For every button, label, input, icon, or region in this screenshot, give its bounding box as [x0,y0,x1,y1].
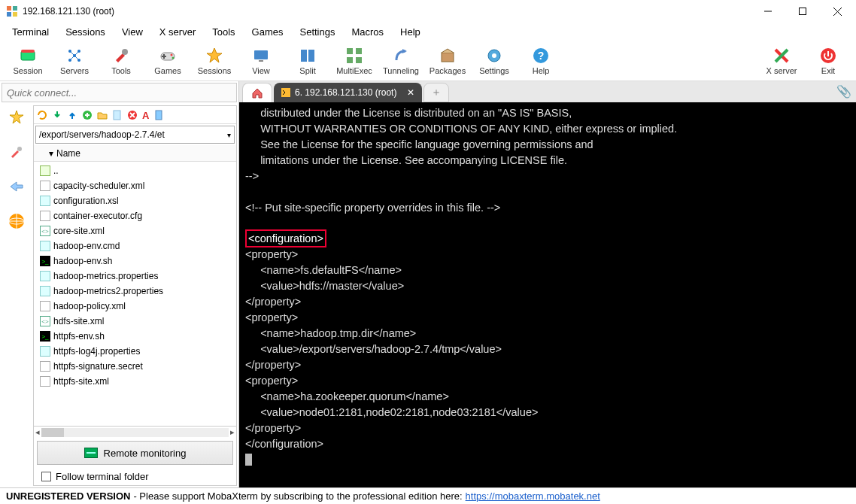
file-item[interactable]: hadoop-metrics2.properties [34,284,236,299]
svg-rect-40 [281,88,290,97]
font-icon[interactable]: A [142,110,149,120]
tb-exit[interactable]: Exit [805,47,851,75]
menu-view[interactable]: View [114,25,150,39]
svg-rect-0 [7,6,11,11]
menu-tools[interactable]: Tools [205,25,242,39]
chevron-down-icon[interactable]: ▾ [227,131,231,139]
maximize-button[interactable] [785,0,820,23]
tab-close-icon[interactable]: ✕ [407,87,414,98]
sftp-panel: A /export/servers/hadoop-2.7.4/et ▾ ▾Nam… [33,105,237,486]
toggle-icon[interactable] [153,110,164,120]
file-list-header[interactable]: ▾Name [34,145,236,162]
menu-games[interactable]: Games [244,25,291,39]
tb-help[interactable]: ?Help [518,47,564,75]
menu-settings[interactable]: Settings [293,25,343,39]
newfile-icon[interactable] [112,110,123,120]
sftp-toolbar: A [34,106,236,124]
file-item[interactable]: hadoop-policy.xml [34,299,236,314]
file-icon [40,181,50,191]
follow-terminal-checkbox[interactable]: Follow terminal folder [34,468,236,485]
tb-view[interactable]: View [238,47,284,75]
svg-point-18 [172,56,175,59]
file-list[interactable]: ..capacity-scheduler.xmlconfiguration.xs… [34,162,236,426]
menu-help[interactable]: Help [393,25,428,39]
download-icon[interactable] [52,110,62,120]
tb-split[interactable]: Split [284,47,331,75]
file-icon [40,196,50,206]
file-item[interactable]: configuration.xsl [34,193,236,208]
svg-rect-26 [356,57,362,63]
right-panel: 6. 192.168.121.130 (root) ✕ ＋ 📎 distribu… [239,81,856,487]
file-item[interactable]: >_httpfs-env.sh [34,329,236,344]
minimize-button[interactable] [751,0,785,23]
file-item[interactable]: <>core-site.xml [34,223,236,238]
quick-connect-input[interactable] [2,83,237,102]
svg-rect-2 [7,12,11,17]
file-item[interactable]: container-executor.cfg [34,208,236,223]
file-item[interactable]: .. [34,163,236,178]
tab-session-active[interactable]: 6. 192.168.121.130 (root) ✕ [274,83,422,102]
sidetab-sftp[interactable] [6,211,27,232]
svg-rect-5 [800,8,806,15]
tb-packages[interactable]: Packages [424,47,471,75]
folder-icon[interactable] [97,110,108,120]
svg-rect-21 [301,50,307,62]
tb-games[interactable]: Games [144,47,191,75]
upload-icon[interactable] [67,110,77,120]
tab-home[interactable] [242,83,272,102]
delete-icon[interactable] [127,110,138,120]
mkdir-icon[interactable] [82,110,93,120]
h-scrollbar[interactable]: ◂▸ [34,426,236,438]
file-icon [40,271,50,281]
file-name: httpfs-site.xml [53,376,109,387]
menu-terminal[interactable]: Terminal [5,25,56,39]
tb-sessions[interactable]: Sessions [191,47,238,75]
menu-sessions[interactable]: Sessions [58,25,113,39]
file-name: hadoop-metrics2.properties [53,286,163,296]
checkbox-icon[interactable] [41,472,51,481]
file-item[interactable]: httpfs-log4j.properties [34,344,236,359]
file-item[interactable]: capacity-scheduler.xml [34,178,236,193]
menu-macros[interactable]: Macros [344,25,391,39]
status-link[interactable]: https://mobaxterm.mobatek.net [466,490,600,502]
tb-servers[interactable]: Servers [51,47,98,75]
file-item[interactable]: httpfs-signature.secret [34,359,236,374]
file-icon: <> [40,226,50,236]
svg-rect-3 [13,12,17,17]
app-icon [6,5,18,17]
file-name: hdfs-site.xml [53,316,104,326]
file-item[interactable]: hadoop-metrics.properties [34,269,236,284]
file-item[interactable]: >_hadoop-env.sh [34,254,236,269]
terminal[interactable]: distributed under the License is distrib… [239,102,856,487]
menu-xserver[interactable]: X server [152,25,203,39]
tb-tunneling[interactable]: Tunneling [378,47,424,75]
file-item[interactable]: <>hdfs-site.xml [34,314,236,329]
refresh-icon[interactable] [37,110,47,120]
sidetab-macros[interactable] [6,176,27,197]
file-name: httpfs-env.sh [53,331,105,342]
tab-add[interactable]: ＋ [423,83,449,102]
tb-tools[interactable]: Tools [98,47,144,75]
tb-settings[interactable]: Settings [471,47,518,75]
tb-session[interactable]: Session [5,47,51,75]
sidetab-tools[interactable] [6,141,27,162]
sidetab-favorites[interactable] [6,107,27,128]
tb-multiexec[interactable]: MultiExec [331,47,378,75]
file-icon [40,286,50,296]
file-name: httpfs-signature.secret [53,361,143,372]
tb-xserver[interactable]: X server [758,47,805,75]
home-icon [251,87,263,99]
remote-monitoring-button[interactable]: Remote monitoring [37,441,233,465]
sftp-path[interactable]: /export/servers/hadoop-2.7.4/et ▾ [35,126,235,144]
tab-strip: 6. 192.168.121.130 (root) ✕ ＋ 📎 [239,81,856,102]
svg-point-33 [17,147,22,151]
file-name: .. [53,165,59,176]
file-icon: >_ [40,331,50,342]
file-item[interactable]: hadoop-env.cmd [34,238,236,254]
svg-rect-23 [347,48,353,54]
file-item[interactable]: httpfs-site.xml [34,374,236,389]
svg-rect-27 [442,53,454,62]
paperclip-icon[interactable]: 📎 [836,84,851,99]
close-button[interactable] [820,0,854,23]
svg-rect-24 [356,48,362,54]
